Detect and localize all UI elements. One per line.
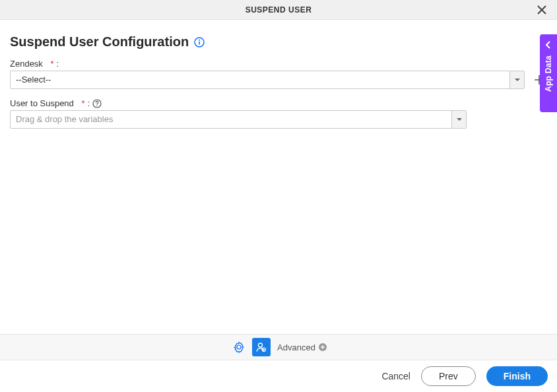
footer-bar: Cancel Prev Finish	[0, 360, 557, 392]
user-to-suspend-label: User to Suspend	[10, 98, 74, 108]
zendesk-label: Zendesk	[10, 59, 43, 69]
page-title: Suspend User Configuration	[10, 34, 189, 49]
svg-point-1	[199, 39, 200, 40]
zendesk-field: Zendesk * : --Select--	[10, 59, 547, 89]
svg-rect-2	[199, 41, 200, 44]
settings-button[interactable]	[230, 338, 248, 356]
cancel-button[interactable]: Cancel	[381, 371, 410, 381]
svg-point-4	[96, 105, 97, 106]
user-icon	[255, 341, 267, 353]
page-title-row: Suspend User Configuration	[0, 20, 557, 59]
user-to-suspend-row: Drag & drop the variables	[10, 110, 467, 129]
finish-button[interactable]: Finish	[486, 366, 548, 386]
zendesk-row: --Select--	[10, 71, 547, 89]
info-icon[interactable]	[194, 37, 205, 48]
close-icon	[537, 5, 546, 15]
app-data-tab[interactable]: App Data	[540, 34, 557, 112]
gear-icon	[233, 341, 245, 353]
plus-circle-icon	[318, 343, 327, 352]
colon: :	[88, 98, 90, 108]
user-to-suspend-placeholder: Drag & drop the variables	[11, 111, 451, 128]
user-to-suspend-label-row: User to Suspend * :	[10, 98, 547, 110]
dialog-header: SUSPEND USER	[0, 0, 557, 20]
form-area: Zendesk * : --Select-- User to Suspend *…	[0, 59, 557, 129]
colon: :	[57, 59, 59, 69]
required-mark: *	[81, 98, 84, 108]
user-to-suspend-input[interactable]: Drag & drop the variables	[10, 110, 467, 129]
prev-button[interactable]: Prev	[421, 366, 476, 386]
chevron-down-icon	[451, 111, 466, 128]
app-data-label: App Data	[544, 55, 553, 92]
chevron-down-icon	[509, 71, 524, 88]
zendesk-select[interactable]: --Select--	[10, 71, 525, 89]
chevron-left-icon	[544, 41, 552, 49]
svg-point-5	[259, 343, 263, 347]
dialog-title: SUSPEND USER	[246, 5, 312, 15]
zendesk-label-row: Zendesk * :	[10, 59, 547, 71]
bottom-toolbar: Advanced	[0, 334, 557, 360]
zendesk-select-value: --Select--	[11, 71, 509, 88]
required-mark: *	[51, 59, 54, 69]
close-button[interactable]	[535, 3, 549, 17]
help-icon[interactable]	[92, 99, 102, 108]
advanced-text: Advanced	[277, 343, 315, 352]
user-to-suspend-field: User to Suspend * : Drag & drop the vari…	[10, 98, 547, 129]
advanced-button[interactable]: Advanced	[277, 343, 327, 352]
user-config-button[interactable]	[252, 338, 271, 356]
